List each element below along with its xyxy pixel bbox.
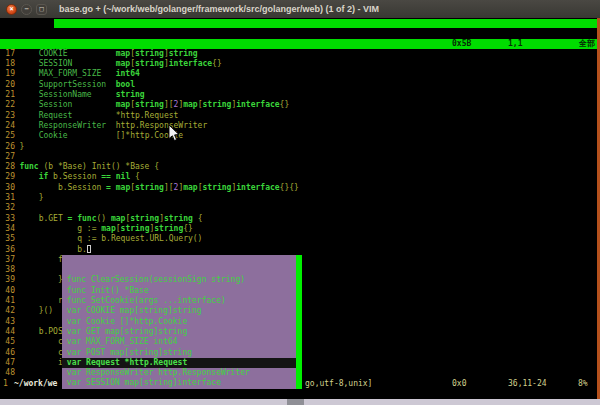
code-line[interactable]: 34 g := map[string]string{} [0, 224, 600, 234]
code-segment: SessionName [39, 90, 92, 99]
completion-item[interactable]: var GET map[string]string [62, 327, 302, 337]
code-segment: string [203, 183, 232, 192]
code-line[interactable]: 20 SupportSession bool [0, 80, 600, 90]
code-segment: string [164, 214, 193, 223]
code-segment [19, 111, 38, 120]
code-line[interactable]: 26} [0, 142, 600, 152]
code-segment: map [116, 59, 130, 68]
vim-window: × − □ base.go + (~/work/web/golanger/fra… [0, 0, 600, 405]
minimize-button[interactable]: − [21, 4, 32, 15]
code-segment [92, 90, 116, 99]
code-segment [19, 69, 38, 78]
completion-item[interactable]: var POST map[string]string [62, 348, 302, 358]
completion-popup: func ClearSession(sessionSign string) fu… [62, 255, 302, 389]
file-info: go,utf-8,unix] [305, 379, 372, 389]
code-line[interactable]: 29 if b.Session == nil { [0, 172, 600, 182]
completion-item[interactable]: func ClearSession(sessionSign string) [62, 275, 302, 285]
code-segment: { [193, 214, 203, 223]
line-number: 40 [0, 286, 15, 296]
completion-item[interactable]: func Init() *Base [62, 286, 302, 296]
titlebar[interactable]: × − □ base.go + (~/work/web/golanger/fra… [0, 0, 600, 18]
cursor-position: 36,11-24 [508, 379, 547, 389]
code-segment [19, 49, 38, 58]
code-segment: {}{} [280, 183, 299, 192]
code-line[interactable]: 36 b. [0, 245, 600, 255]
code-segment: r [19, 296, 62, 305]
code-line[interactable]: 27 [0, 152, 600, 162]
code-line[interactable]: 32 [0, 203, 600, 213]
line-number: 42 [0, 306, 15, 316]
code-segment: {} [212, 59, 222, 68]
completion-item[interactable]: var ResponseWriter http.ResponseWriter [62, 368, 302, 378]
code-segment: string [121, 224, 150, 233]
line-number: 25 [0, 131, 15, 141]
code-line[interactable]: 23 Request *http.Request [0, 111, 600, 121]
completion-item[interactable]: var Cookie []*http.Cookie [62, 317, 302, 327]
code-segment: string [135, 49, 164, 58]
code-segment: nil [116, 172, 130, 181]
minibuf-highlight-bar [54, 19, 597, 28]
code-line[interactable]: 22 Session map[string][2]map[string]inte… [0, 100, 600, 110]
line-number: 46 [0, 348, 15, 358]
code-line[interactable]: 17 COOKIE map[string]string [0, 49, 600, 59]
popup-scrollbar[interactable] [296, 255, 302, 389]
window-number: 1 [3, 379, 8, 389]
code-segment: interface [236, 183, 279, 192]
buffer-tabs: [1:base.go]*[2:page.go] [0, 28, 600, 38]
code-segment: { [130, 172, 140, 181]
code-line[interactable]: 21 SessionName string [0, 90, 600, 100]
completion-item[interactable]: var SESSION map[string]interface [62, 378, 302, 388]
code-segment [72, 100, 115, 109]
line-number: 24 [0, 121, 15, 131]
code-line[interactable]: 31 } [0, 193, 600, 203]
code-segment: == [101, 172, 111, 181]
code-segment: http.ResponseWriter [106, 121, 207, 130]
code-line[interactable]: 30 b.Session = map[string][2]map[string]… [0, 183, 600, 193]
completion-item[interactable]: var Request *http.Request [62, 358, 302, 368]
code-segment: string [135, 100, 164, 109]
code-segment: func [77, 214, 96, 223]
code-segment: Cookie [39, 131, 68, 140]
code-segment: q := b.Request.URL.Query() [19, 234, 202, 243]
code-segment: map [183, 183, 197, 192]
close-icon: × [9, 5, 13, 13]
code-line[interactable]: 28func (b *Base) Init() *Base { [0, 162, 600, 172]
code-segment: }() [19, 306, 53, 315]
code-segment: b.Session [48, 172, 101, 181]
code-segment [19, 90, 38, 99]
code-line[interactable]: 18 SESSION map[string]interface{} [0, 59, 600, 69]
code-segment: SupportSession [39, 80, 106, 89]
completion-item[interactable]: func SetCookie(args ...interface) [62, 296, 302, 306]
close-button[interactable]: × [6, 4, 17, 15]
code-segment: *http.Request [72, 111, 178, 120]
code-segment: interface [169, 59, 212, 68]
maximize-icon: □ [39, 5, 43, 13]
code-segment: } [19, 193, 43, 202]
code-segment: () [96, 214, 110, 223]
completion-item[interactable]: var MAX_FORM_SIZE int64 [62, 337, 302, 347]
minibuf-statusline: 6 -MiniBufExplorer- [-][none,utf-8,unix]… [0, 39, 600, 49]
mouse-cursor [168, 125, 181, 143]
line-number: 17 [0, 49, 15, 59]
code-segment: map [183, 100, 197, 109]
code-segment: (b *Base) Init() *Base { [39, 162, 159, 171]
code-line[interactable]: 35 q := b.Request.URL.Query() [0, 234, 600, 244]
file-path: ~/work/we [14, 379, 57, 389]
maximize-button[interactable]: □ [36, 4, 47, 15]
completion-item[interactable]: var COOKIE map[string]string [62, 306, 302, 316]
code-segment [101, 69, 115, 78]
code-line[interactable]: 25 Cookie []*http.Cookie [0, 131, 600, 141]
line-number: 39 [0, 275, 15, 285]
line-number: 31 [0, 193, 15, 203]
completion-items: func ClearSession(sessionSign string) fu… [62, 275, 302, 388]
code-segment: []*http.Cookie [68, 131, 184, 140]
text-cursor [87, 245, 91, 253]
code-segment: } [19, 275, 62, 284]
code-line[interactable]: 19 MAX_FORM_SIZE int64 [0, 69, 600, 79]
line-number: 29 [0, 172, 15, 182]
code-line[interactable]: 33 b.GET = func() map[string]string { [0, 214, 600, 224]
line-number: 43 [0, 317, 15, 327]
code-segment: string [135, 183, 164, 192]
cursor-position: 1,1 [508, 39, 522, 49]
code-line[interactable]: 24 ResponseWriter http.ResponseWriter [0, 121, 600, 131]
